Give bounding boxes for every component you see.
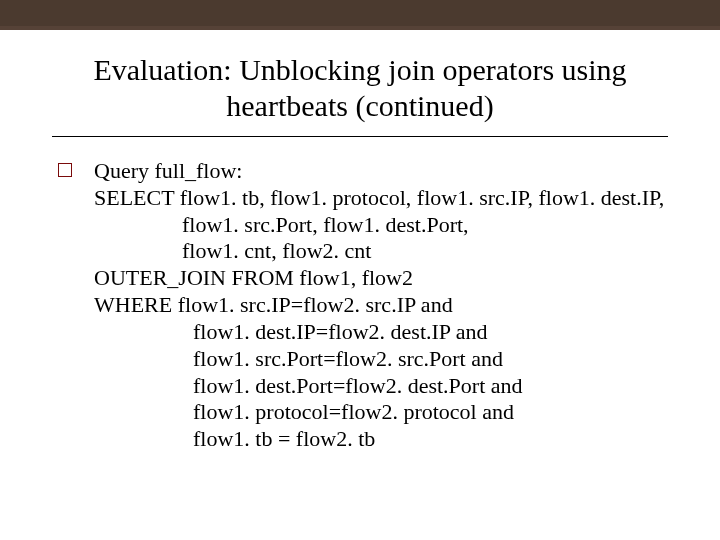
- query-line-5: OUTER_JOIN FROM flow1, flow2: [94, 265, 413, 290]
- query-line-6: WHERE flow1. src.IP=flow2. src.IP and: [94, 292, 453, 317]
- title-line-2: heartbeats (continued): [226, 89, 493, 122]
- query-line-3: flow1. src.Port, flow1. dest.Port,: [94, 212, 469, 237]
- query-line-8: flow1. src.Port=flow2. src.Port and: [94, 346, 503, 371]
- slide: Evaluation: Unblocking join operators us…: [0, 0, 720, 540]
- title-underline: [52, 136, 668, 137]
- query-line-7: flow1. dest.IP=flow2. dest.IP and: [94, 319, 488, 344]
- query-text: Query full_flow: SELECT flow1. tb, flow1…: [94, 158, 664, 453]
- bullet-item: Query full_flow: SELECT flow1. tb, flow1…: [58, 158, 680, 453]
- square-bullet-icon: [58, 163, 72, 177]
- query-line-1: Query full_flow:: [94, 158, 242, 183]
- body-content: Query full_flow: SELECT flow1. tb, flow1…: [58, 158, 680, 453]
- top-border-bar: [0, 0, 720, 26]
- title-block: Evaluation: Unblocking join operators us…: [65, 52, 655, 124]
- query-line-4: flow1. cnt, flow2. cnt: [94, 238, 371, 263]
- query-line-10: flow1. protocol=flow2. protocol and: [94, 399, 514, 424]
- query-line-9: flow1. dest.Port=flow2. dest.Port and: [94, 373, 523, 398]
- query-line-11: flow1. tb = flow2. tb: [94, 426, 375, 451]
- title-line-1: Evaluation: Unblocking join operators us…: [93, 53, 626, 86]
- slide-title: Evaluation: Unblocking join operators us…: [65, 52, 655, 124]
- query-line-2: SELECT flow1. tb, flow1. protocol, flow1…: [94, 185, 664, 210]
